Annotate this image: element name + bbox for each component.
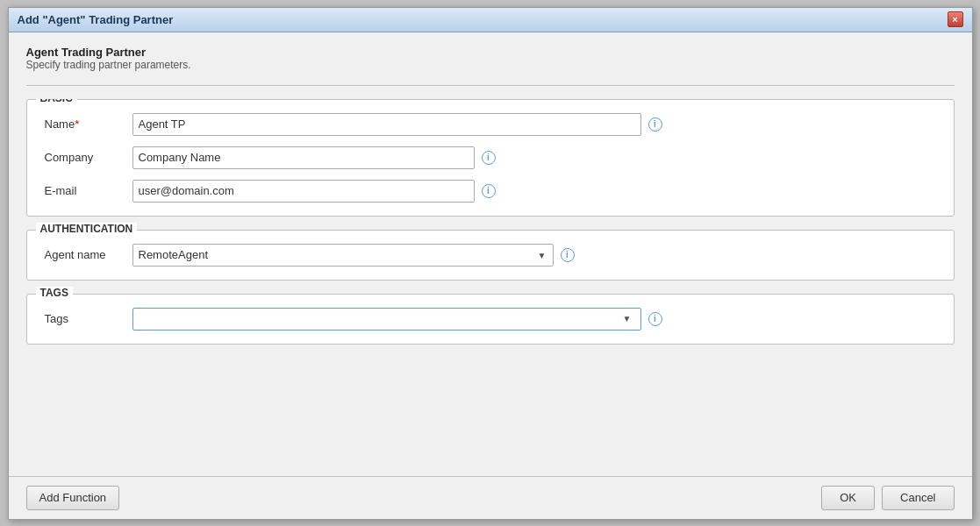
header-separator — [26, 85, 955, 86]
agent-name-row: Agent name RemoteAgentLocalAgent i — [45, 244, 936, 267]
title-bar: Add "Agent" Trading Partner × — [9, 8, 972, 32]
dialog-body: Agent Trading Partner Specify trading pa… — [9, 32, 972, 476]
tags-input-field[interactable] — [139, 309, 619, 330]
close-button[interactable]: × — [948, 11, 963, 27]
footer-buttons: OK Cancel — [821, 486, 954, 510]
dialog-title: Add "Agent" Trading Partner — [18, 13, 174, 26]
tags-dropdown-icon[interactable]: ▼ — [619, 314, 635, 323]
dialog: Add "Agent" Trading Partner × Agent Trad… — [8, 7, 973, 520]
tags-row: Tags ▼ i — [45, 308, 936, 331]
section-subtitle: Specify trading partner parameters. — [26, 59, 955, 71]
tags-input-container[interactable]: ▼ — [132, 308, 641, 331]
tags-section: TAGS Tags ▼ i — [26, 294, 955, 345]
name-row: Name* i — [45, 113, 936, 136]
section-header: Agent Trading Partner Specify trading pa… — [26, 46, 955, 71]
ok-button[interactable]: OK — [821, 486, 875, 510]
email-input[interactable] — [132, 180, 475, 203]
agent-name-info-icon[interactable]: i — [561, 248, 575, 262]
agent-name-select-wrapper: RemoteAgentLocalAgent — [132, 244, 554, 267]
email-info-icon[interactable]: i — [482, 184, 496, 198]
add-function-button[interactable]: Add Function — [26, 486, 120, 510]
tags-label: Tags — [45, 312, 132, 325]
company-info-icon[interactable]: i — [482, 151, 496, 165]
cancel-button[interactable]: Cancel — [882, 486, 954, 510]
section-title: Agent Trading Partner — [26, 46, 955, 59]
agent-name-label: Agent name — [45, 248, 132, 261]
tags-info-icon[interactable]: i — [648, 312, 662, 326]
basic-legend: BASIC — [36, 99, 77, 104]
company-row: Company i — [45, 146, 936, 169]
agent-name-select[interactable]: RemoteAgentLocalAgent — [132, 244, 554, 267]
company-label: Company — [45, 151, 132, 164]
basic-section: BASIC Name* i Company i E-mai — [26, 99, 955, 217]
tags-legend: TAGS — [36, 287, 73, 299]
company-input[interactable] — [132, 146, 475, 169]
auth-legend: AUTHENTICATION — [36, 223, 138, 235]
name-input[interactable] — [132, 113, 641, 136]
auth-section: AUTHENTICATION Agent name RemoteAgentLoc… — [26, 230, 955, 281]
email-row: E-mail i — [45, 180, 936, 203]
email-label: E-mail — [45, 184, 132, 197]
content-area: BASIC Name* i Company i E-mai — [26, 99, 955, 463]
dialog-footer: Add Function OK Cancel — [9, 476, 972, 519]
name-info-icon[interactable]: i — [648, 117, 662, 132]
name-label: Name* — [45, 117, 132, 131]
